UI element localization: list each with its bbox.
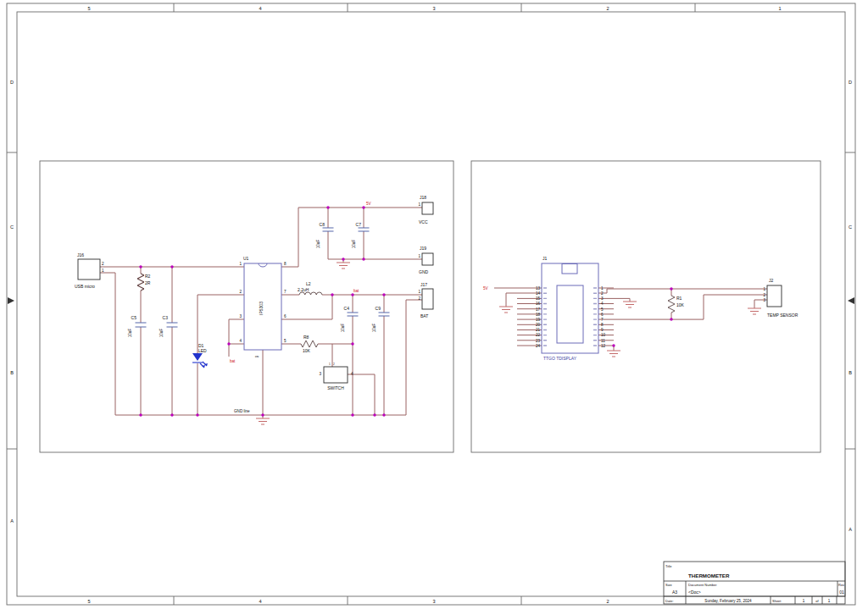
zone-row: A: [10, 518, 14, 523]
ic-u1[interactable]: U1 IP5303 1 2 3 4 8 7 6 5 9: [239, 256, 287, 357]
pin-number: 6: [284, 314, 287, 318]
capacitor-c4[interactable]: C4 10uF: [341, 306, 359, 332]
pin-number: 16: [536, 302, 541, 306]
pin-number: 21: [536, 328, 541, 332]
refdes: U1: [243, 256, 249, 261]
capacitor-c5[interactable]: C5 10uF: [128, 315, 147, 337]
ground-symbol: [748, 308, 761, 314]
pin-number: 12: [601, 344, 606, 348]
refdes: C4: [344, 306, 350, 311]
part-name: VCC: [419, 219, 428, 224]
part-name: SWITCH: [327, 385, 344, 390]
zone-col: 4: [259, 599, 261, 604]
pin-number: 7: [601, 318, 604, 322]
pin-number: 1: [418, 290, 420, 294]
pin-number: 1: [601, 286, 604, 291]
pin-number: 3: [763, 298, 765, 302]
refdes: J18: [420, 195, 426, 200]
pin-number: 1: [763, 287, 765, 291]
pin-number: 2: [102, 262, 104, 266]
refdes: C7: [356, 222, 362, 227]
resistor-r2[interactable]: R2 2R: [137, 274, 151, 291]
pin-number: 2: [239, 290, 242, 294]
left-center-marker: [8, 297, 14, 304]
pin-number: 1: [418, 254, 420, 258]
pin-number: 8: [284, 262, 287, 266]
refdes: J17: [420, 282, 427, 287]
net-label-bat: bat: [230, 359, 236, 363]
pin-number: 8: [601, 323, 604, 327]
capacitor-c7[interactable]: C7 10uF: [352, 222, 370, 248]
pin-number: 2: [418, 296, 420, 301]
ground-symbol: [499, 307, 513, 313]
net-label-5v: 5V: [483, 286, 489, 291]
zone-col: 3: [432, 599, 435, 604]
sheet-number: 1: [803, 599, 805, 603]
net-label-bat: bat: [353, 289, 359, 293]
pin-number: 13: [536, 286, 541, 291]
value: 2.2uH: [298, 287, 309, 292]
connector-j19[interactable]: J19 1 GND: [418, 246, 433, 274]
connector-j16[interactable]: J16 2 1 USB micro: [75, 252, 104, 289]
pin-number: 19: [536, 318, 541, 322]
resistor-r8[interactable]: R8 10K: [301, 335, 318, 353]
part-name: USB micro: [75, 284, 95, 289]
right-center-marker: [848, 297, 854, 304]
pin-number: 3: [319, 372, 321, 376]
date-label: Date:: [665, 599, 674, 603]
connector-j18[interactable]: J18 1 VCC: [418, 195, 433, 224]
pin-number: 4: [351, 372, 353, 376]
pin-name-ticks: [543, 288, 597, 346]
refdes: C9: [376, 306, 381, 311]
zone-row: D: [10, 80, 14, 85]
pin-number: 15: [536, 296, 541, 301]
refdes: R8: [303, 335, 309, 340]
doc-number-label: Document Number: [688, 583, 717, 587]
pin-number: 1: [329, 363, 331, 366]
zone-col: 5: [87, 6, 90, 11]
zone-row: B: [849, 370, 852, 375]
capacitor-c8[interactable]: C8 10uF: [316, 222, 334, 248]
title-label: Title: [665, 564, 672, 568]
ground-symbol: [623, 302, 637, 307]
pin-number: 2: [763, 293, 765, 297]
refdes: L2: [306, 281, 311, 286]
pin-number: 2: [333, 363, 335, 366]
refdes: R2: [145, 274, 151, 279]
connector-j2[interactable]: J2 1 2 3 TEMP SENSOR: [763, 278, 798, 318]
schematic-sheet: 5 4 3 2 1 5 4 3 2 D C B A D C B A Title …: [0, 0, 868, 609]
part-name: TTGO TDISPLAY: [543, 356, 577, 361]
capacitor-c3[interactable]: C3 10uF: [159, 315, 178, 337]
module-j1[interactable]: J1 TTGO TDISPLAY 13 14 15 16 17 18 19 20…: [536, 256, 606, 361]
zone-row: C: [849, 224, 852, 230]
of-label: of: [815, 599, 819, 603]
pin-number: 2: [601, 291, 604, 296]
pin-number: 5: [601, 307, 604, 312]
size-label: Size: [665, 583, 673, 587]
switch-sw1[interactable]: 1 2 3 4 SWITCH: [319, 363, 353, 390]
zone-col: 4: [259, 6, 261, 11]
pin-number: 1: [102, 269, 104, 273]
value: 10uF: [372, 324, 376, 333]
sheet-total: 1: [828, 599, 831, 603]
pin-number: 9: [601, 328, 604, 332]
capacitor-c9[interactable]: C9 10uF: [372, 306, 390, 332]
value: 2R: [145, 280, 151, 285]
value: 10uF: [159, 329, 164, 338]
value: LED: [198, 348, 207, 353]
pin-number: 18: [536, 313, 541, 317]
inductor-l2[interactable]: L2 2.2uH: [298, 281, 322, 295]
part-name: GND: [419, 269, 429, 274]
ground-symbol: [607, 351, 620, 357]
refdes: C3: [163, 315, 169, 320]
zone-col: 5: [87, 599, 90, 604]
pin-number: 3: [239, 314, 242, 318]
size-value: A3: [672, 590, 677, 595]
rev-value: 01: [839, 590, 844, 595]
led-d1[interactable]: D1 LED: [192, 343, 208, 368]
display-junctions: [612, 287, 672, 346]
zone-col: 3: [432, 6, 435, 11]
resistor-r1[interactable]: R1 10K: [668, 296, 685, 313]
pin-number: 9: [255, 355, 259, 357]
part-name: BAT: [420, 313, 428, 318]
